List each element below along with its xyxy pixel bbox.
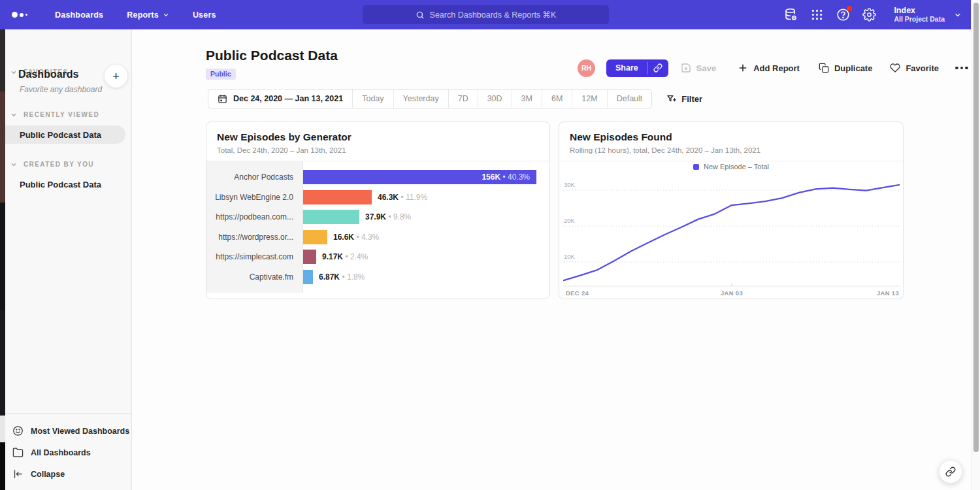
bar-row-captivate-fm: Captivate.fm6.87K • 1.8%: [206, 267, 549, 287]
chevron-down-icon: [954, 11, 962, 19]
sidebar-footer: Most Viewed DashboardsAll DashboardsColl…: [5, 413, 131, 490]
section-label: RECENTLY VIEWED: [24, 111, 99, 118]
more-options-button[interactable]: [955, 67, 968, 70]
nav-item-reports[interactable]: Reports: [127, 10, 169, 20]
filter-funnel-icon: [666, 94, 676, 104]
bar-track: 156K • 40.3%: [302, 170, 549, 184]
brand-logo-icon[interactable]: [12, 12, 38, 18]
line-chart-card: New Episodes Found Rolling (12 hours), t…: [559, 122, 904, 299]
bar-row-https-wordpress-or: https://wordpress.or...16.6K • 4.3%: [206, 227, 549, 248]
nav-item-dashboards[interactable]: Dashboards: [55, 10, 103, 20]
bar-value-label: 6.87K • 1.8%: [319, 272, 365, 282]
chevron-down-icon: [163, 12, 169, 18]
bar-value-label: 46.3K • 11.9%: [378, 193, 427, 202]
bar-captivate-fm: [302, 270, 313, 284]
line-chart-title: New Episodes Found: [570, 131, 892, 143]
bar-row-https-simplecast-com: https://simplecast.com9.17K • 2.4%: [206, 247, 549, 267]
share-link-icon[interactable]: [648, 59, 668, 77]
footer-item-label: Most Viewed Dashboards: [31, 427, 129, 436]
favorite-button[interactable]: Favorite: [890, 63, 939, 73]
scrollbar-track[interactable]: [971, 0, 980, 490]
legend-label: New Episode – Total: [704, 163, 769, 171]
heart-icon: [890, 63, 900, 73]
preset-30d[interactable]: 30D: [478, 90, 512, 108]
save-button[interactable]: Save: [681, 63, 716, 73]
duplicate-button[interactable]: Duplicate: [819, 63, 873, 73]
save-icon: [681, 63, 691, 73]
bar-track: 9.17K • 2.4%: [302, 250, 549, 264]
share-link-fab[interactable]: [939, 460, 962, 483]
bar-value-label: 16.6K • 4.3%: [333, 233, 379, 242]
bar-https-wordpress-or: [302, 230, 327, 244]
x-tick-jan-03: JAN 03: [721, 289, 743, 297]
preset-7d[interactable]: 7D: [448, 90, 478, 108]
footer-item-label: Collapse: [31, 470, 65, 479]
add-dashboard-button[interactable]: +: [105, 65, 127, 88]
date-range-control: Dec 24, 2020 — Jan 13, 2021 TodayYesterd…: [208, 89, 652, 108]
section-chevron-icon: [10, 69, 17, 76]
help-icon[interactable]: [836, 8, 850, 22]
main-content: Public Podcast Data Public RH Share Save…: [132, 29, 971, 490]
project-switcher[interactable]: Index All Project Data: [894, 7, 962, 24]
search-icon: [416, 10, 425, 20]
legend-swatch: [693, 164, 699, 170]
x-tick-dec-24: DEC 24: [566, 289, 589, 297]
bar-https-podbean-com: [302, 210, 359, 224]
project-name: Index: [894, 7, 945, 15]
settings-gear-icon[interactable]: [862, 8, 876, 22]
bar-category-label: Libsyn WebEngine 2.0: [206, 193, 302, 202]
preset-yesterday[interactable]: Yesterday: [393, 90, 448, 108]
smiley-icon: [12, 425, 24, 436]
bar-track: 6.87K • 1.8%: [302, 270, 549, 284]
footer-item-label: All Dashboards: [31, 448, 91, 457]
bar-chart-subtitle: Total, Dec 24th, 2020 – Jan 13th, 2021: [217, 146, 539, 154]
bar-chart-plot: Anchor Podcasts156K • 40.3%Libsyn WebEng…: [206, 161, 549, 293]
avatar[interactable]: RH: [578, 59, 595, 77]
line-series-new-episode-total: [564, 185, 900, 280]
data-sources-icon[interactable]: [784, 8, 798, 22]
x-tick-jan-13: JAN 13: [877, 289, 899, 297]
preset-today[interactable]: Today: [352, 90, 393, 108]
bar-row-libsyn-webengine-2-0: Libsyn WebEngine 2.046.3K • 11.9%: [206, 188, 549, 208]
sidebar-footer-collapse[interactable]: Collapse: [5, 463, 131, 485]
scrollbar-thumb[interactable]: [973, 3, 979, 452]
project-scope: All Project Data: [894, 15, 945, 24]
sidebar-section-recently-viewed[interactable]: RECENTLY VIEWED: [5, 111, 131, 118]
search-placeholder: Search Dashboards & Reports ⌘K: [430, 10, 557, 20]
preset-3m[interactable]: 3M: [512, 90, 542, 108]
bar-category-label: https://simplecast.com: [206, 252, 302, 261]
notification-dot: [847, 6, 852, 11]
search-input[interactable]: Search Dashboards & Reports ⌘K: [363, 5, 609, 24]
preset-default[interactable]: Default: [607, 90, 652, 108]
line-chart-plot: 10K20K30KDEC 24JAN 03JAN 13: [563, 176, 900, 299]
visibility-badge: Public: [206, 69, 236, 80]
preset-12m[interactable]: 12M: [572, 90, 606, 108]
share-button[interactable]: Share: [606, 59, 668, 77]
page-title: Public Podcast Data: [206, 48, 338, 63]
sidebar-section-created-by-you[interactable]: CREATED BY YOU: [5, 161, 131, 168]
nav-item-users[interactable]: Users: [193, 10, 216, 20]
sidebar-footer-most-viewed-dashboards[interactable]: Most Viewed Dashboards: [5, 420, 131, 442]
bar-category-label: Captivate.fm: [206, 272, 302, 282]
section-chevron-icon: [10, 112, 17, 118]
sidebar-item-public-podcast-data[interactable]: Public Podcast Data: [5, 125, 125, 144]
link-icon: [945, 466, 956, 477]
apps-grid-icon[interactable]: [810, 8, 824, 22]
line-chart-subtitle: Rolling (12 hours), total, Dec 24th, 202…: [570, 146, 892, 154]
add-report-button[interactable]: Add Report: [738, 63, 800, 73]
filter-button[interactable]: Filter: [666, 94, 702, 104]
y-tick-10K: 10K: [564, 253, 576, 260]
preset-6m[interactable]: 6M: [542, 90, 572, 108]
plus-icon: [738, 63, 748, 73]
date-toolbar: Dec 24, 2020 — Jan 13, 2021 TodayYesterd…: [208, 89, 702, 108]
bar-chart-card: New Episodes by Generator Total, Dec 24t…: [206, 122, 550, 299]
section-label: CREATED BY YOU: [24, 161, 94, 168]
date-range-picker[interactable]: Dec 24, 2020 — Jan 13, 2021: [208, 90, 352, 108]
nav-item-label: Users: [193, 10, 216, 20]
sidebar: Dashboards + FAVORITESFavorite any dashb…: [5, 29, 132, 490]
folder-icon: [12, 447, 24, 458]
bar-value-label: 37.9K • 9.8%: [365, 212, 411, 221]
nav-item-label: Reports: [127, 10, 159, 20]
sidebar-footer-all-dashboards[interactable]: All Dashboards: [5, 442, 131, 463]
sidebar-item-public-podcast-data[interactable]: Public Podcast Data: [5, 175, 131, 193]
